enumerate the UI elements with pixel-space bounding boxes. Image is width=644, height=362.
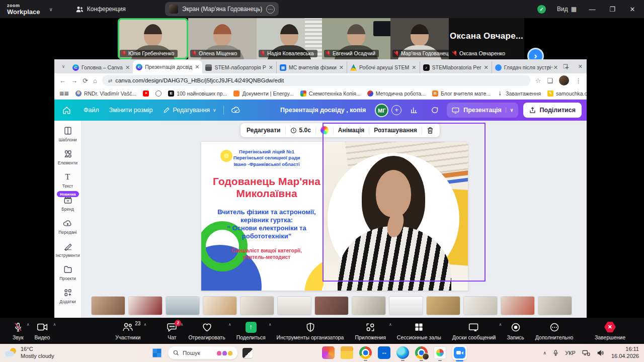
sidebar-item-templates[interactable]: Шаблони bbox=[54, 126, 81, 142]
tab-close-icon[interactable]: ✕ bbox=[339, 64, 344, 71]
browser-tab[interactable]: ♪ STEMlaboratoria Per ✕ bbox=[420, 61, 492, 73]
teamviewer-icon[interactable]: ↔ bbox=[378, 346, 390, 359]
comments-button[interactable] bbox=[427, 103, 442, 118]
slide-thumbnail[interactable] bbox=[92, 297, 125, 315]
slide-thumbnail[interactable] bbox=[352, 297, 385, 315]
share-button[interactable]: Поділитися bbox=[523, 103, 582, 118]
profile-avatar[interactable] bbox=[559, 75, 569, 85]
slide-thumbnail[interactable] bbox=[203, 297, 236, 315]
network-icon[interactable] bbox=[582, 349, 590, 356]
slide-thumbnail[interactable] bbox=[501, 297, 534, 315]
sidebar-item-text[interactable]: T Текст bbox=[54, 172, 81, 189]
sidebar-item-brand[interactable]: Новинка Бренд bbox=[54, 195, 81, 212]
close-button[interactable]: ✕ bbox=[628, 6, 637, 13]
participants-options-chevron[interactable]: ∧ bbox=[144, 322, 147, 327]
task-view-button[interactable] bbox=[243, 348, 253, 358]
photos-icon[interactable] bbox=[434, 346, 446, 359]
side-panel-icon[interactable]: ❏ bbox=[547, 77, 553, 84]
tray-mic-icon[interactable] bbox=[553, 349, 558, 356]
tab-close-icon[interactable]: ✕ bbox=[484, 64, 489, 71]
screen-share-pill[interactable]: Экран (Мар'яна Годованець) ⋯ bbox=[165, 2, 279, 16]
slide-thumbnail[interactable] bbox=[240, 297, 274, 315]
participant-tile[interactable]: Олена Міщенко bbox=[188, 18, 257, 59]
video-button[interactable]: Видео ∧ bbox=[29, 318, 56, 344]
weather-widget[interactable]: 16°C Mostly cloudy bbox=[5, 346, 54, 360]
start-button[interactable] bbox=[152, 348, 162, 358]
end-meeting-button[interactable]: ✕ Завершение bbox=[589, 318, 631, 344]
sidebar-item-uploads[interactable]: Передані bbox=[54, 218, 81, 235]
workspace-chevron-icon[interactable]: ∨ bbox=[49, 7, 53, 12]
bookmark-item[interactable]: ⭳ Завантаження bbox=[497, 90, 541, 97]
participant-tile[interactable]: Юлія Гребеніченко bbox=[118, 18, 188, 59]
duration-button[interactable]: 5.0с bbox=[290, 127, 311, 134]
participant-tile[interactable]: Мар'яна Годованець bbox=[390, 18, 449, 59]
sidebar-item-apps[interactable]: Додатки bbox=[54, 288, 81, 304]
bookmark-item[interactable]: Схемотехніка Копія... bbox=[300, 90, 361, 97]
reload-icon[interactable]: ⟳ bbox=[83, 77, 88, 84]
tab-close-icon[interactable]: ✕ bbox=[125, 64, 130, 71]
zoom-app-icon[interactable] bbox=[452, 345, 467, 360]
add-collaborator-button[interactable]: + bbox=[391, 105, 401, 115]
share-screen-button[interactable]: ↑ Поделиться ∧ bbox=[231, 318, 271, 344]
browser-tab-active[interactable]: C Презентація досвід ✕ bbox=[133, 60, 202, 73]
address-bar[interactable]: ⇄ canva.com/design/DAHG7G_HtBc/j5fjccJ9J… bbox=[102, 75, 530, 86]
sidebar-item-projects[interactable]: Проекти bbox=[54, 264, 81, 281]
selection-rectangle[interactable] bbox=[323, 123, 486, 282]
audio-button[interactable]: Звук ∧ bbox=[7, 318, 29, 344]
whiteboards-button[interactable]: Доски сообщений ∧ bbox=[447, 318, 502, 344]
language-indicator[interactable]: УКР bbox=[565, 350, 576, 356]
record-button[interactable]: Запись bbox=[501, 318, 529, 344]
browser-menu-icon[interactable]: ⋮ bbox=[575, 77, 582, 84]
slide-thumbnail[interactable] bbox=[389, 297, 423, 315]
forward-icon[interactable]: → bbox=[71, 77, 77, 84]
tab-close-icon[interactable]: ✕ bbox=[195, 64, 199, 70]
slide-thumbnail[interactable] bbox=[464, 297, 497, 315]
canva-home-button[interactable] bbox=[59, 103, 73, 117]
meeting-tab[interactable]: Конференция bbox=[76, 6, 126, 13]
file-menu[interactable]: Файл bbox=[84, 107, 99, 114]
participant-tile[interactable]: Оксана Овчаре... Оксана Овчаренко bbox=[449, 18, 524, 59]
home-icon[interactable]: ⌂ bbox=[93, 77, 97, 84]
apps-grid-icon[interactable]: ▦▦ bbox=[59, 90, 69, 96]
breakout-rooms-button[interactable]: Сессионные залы bbox=[391, 318, 447, 344]
chrome-profile-icon[interactable] bbox=[415, 346, 428, 359]
restore-button[interactable]: ❐ bbox=[608, 6, 617, 13]
youtube-icon[interactable] bbox=[143, 90, 149, 97]
browser-tab[interactable]: Робочі аркуші STEM ✕ bbox=[347, 61, 419, 73]
back-icon[interactable]: ← bbox=[59, 77, 66, 84]
browser-restore-button[interactable]: ❐ bbox=[563, 63, 568, 70]
reactions-button[interactable]: Отреагировать ∧ bbox=[183, 318, 230, 344]
apps-button[interactable]: Приложения ∧ bbox=[349, 318, 391, 344]
more-button[interactable]: Дополнительно bbox=[530, 318, 579, 344]
share-options-icon[interactable]: ⋯ bbox=[266, 5, 275, 14]
slide-thumbnail[interactable] bbox=[315, 297, 348, 315]
user-avatar[interactable]: МГ bbox=[375, 104, 388, 117]
edit-button[interactable]: Редагувати bbox=[247, 127, 281, 134]
globe-icon[interactable] bbox=[155, 90, 162, 97]
site-settings-icon[interactable]: ⇄ bbox=[108, 78, 112, 83]
sidebar-item-tools[interactable]: Інструменти bbox=[54, 241, 81, 258]
bookmark-item[interactable]: E 100 найновіших пр... bbox=[168, 90, 227, 97]
bookmark-star-icon[interactable]: ☆ bbox=[535, 77, 541, 84]
browser-minimize-button[interactable]: — bbox=[547, 63, 553, 69]
tab-search-chevron-icon[interactable]: ∨ bbox=[57, 60, 69, 72]
slide-thumbnail[interactable] bbox=[538, 297, 572, 315]
host-tools-button[interactable]: Инструменты организатора bbox=[271, 318, 350, 344]
bookmark-item[interactable]: Документи | Energy... bbox=[233, 90, 293, 97]
bookmark-item[interactable]: B Блог вчителя мате... bbox=[432, 90, 491, 97]
slide-thumbnail[interactable] bbox=[166, 297, 199, 315]
minimize-button[interactable]: — bbox=[588, 6, 597, 13]
slide-thumbnail[interactable] bbox=[129, 297, 162, 315]
bookmark-item[interactable]: Методична робота... bbox=[367, 90, 426, 97]
edge-icon[interactable] bbox=[396, 346, 409, 359]
volume-icon[interactable] bbox=[597, 349, 605, 356]
slide-thumbnail[interactable] bbox=[427, 297, 460, 315]
clock[interactable]: 16:11 16.04.2026 bbox=[611, 346, 639, 360]
present-button[interactable]: Презентація ∨ bbox=[447, 103, 518, 118]
video-options-chevron[interactable]: ∧ bbox=[53, 322, 56, 327]
tab-close-icon[interactable]: ✕ bbox=[269, 64, 273, 71]
resize-menu[interactable]: Змінити розмір bbox=[109, 107, 153, 114]
chevron-down-icon[interactable]: ∨ bbox=[506, 108, 514, 113]
app-icon[interactable] bbox=[322, 346, 335, 359]
chat-button[interactable]: 2 Чат ∧ bbox=[161, 318, 183, 344]
